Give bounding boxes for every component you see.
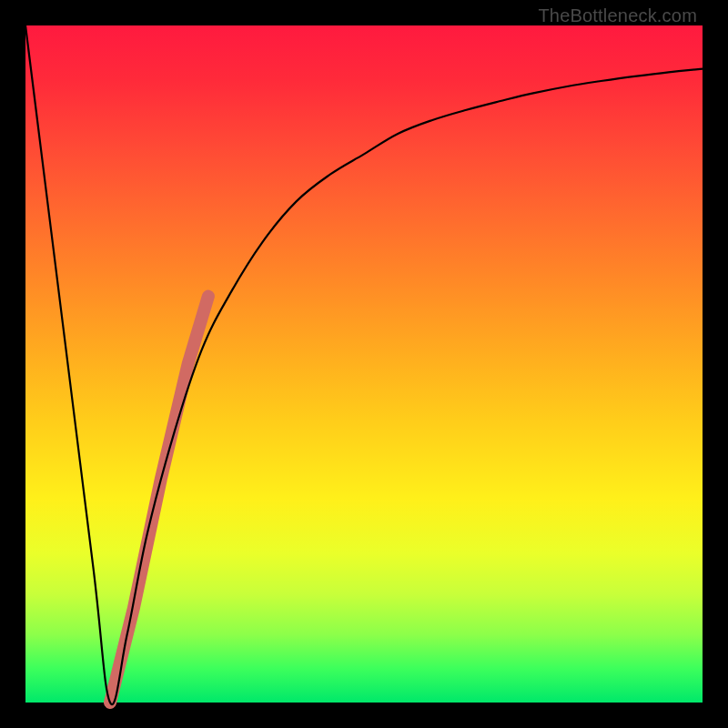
bottleneck-curve	[25, 25, 703, 704]
watermark: TheBottleneck.com	[538, 5, 697, 26]
chart-frame: TheBottleneck.com	[0, 0, 728, 728]
curve-layer	[25, 25, 703, 703]
